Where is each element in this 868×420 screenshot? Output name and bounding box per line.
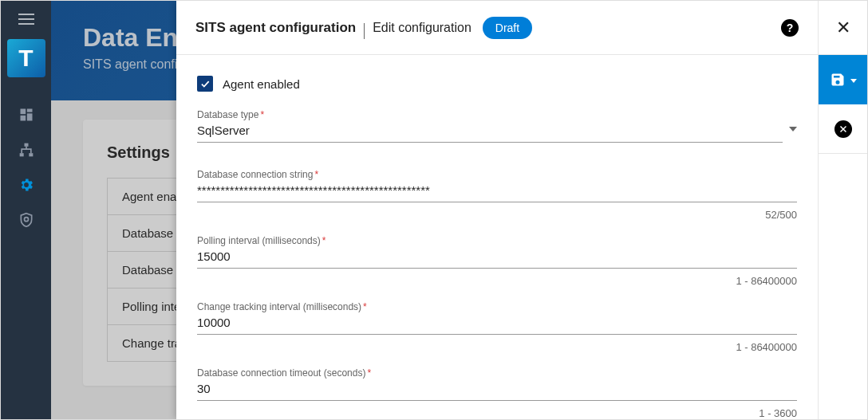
polling-interval-hint: 1 - 86400000 <box>197 270 797 301</box>
connection-string-field: Database connection string* <box>197 169 797 202</box>
polling-interval-input[interactable] <box>197 246 797 269</box>
database-type-select[interactable] <box>197 120 797 143</box>
connection-string-hint: 52/500 <box>197 204 797 235</box>
field-label: Database connection timeout (seconds) <box>197 367 365 379</box>
nav-settings-icon[interactable] <box>11 170 41 200</box>
drawer-title: SITS agent configuration <box>195 20 356 36</box>
polling-interval-field: Polling interval (milliseconds)* <box>197 235 797 269</box>
spacer <box>197 144 797 169</box>
drawer-main: SITS agent configuration Edit configurat… <box>176 1 818 419</box>
cancel-icon <box>834 120 852 138</box>
nav-hierarchy-icon[interactable] <box>11 135 41 165</box>
connection-timeout-hint: 1 - 3600 <box>197 402 797 419</box>
svg-rect-1 <box>26 109 32 112</box>
drawer-body: Agent enabled Database type* Database co… <box>176 55 818 419</box>
field-label: Change tracking interval (milliseconds) <box>197 301 361 312</box>
connection-string-input[interactable] <box>197 180 797 202</box>
field-label: Database type <box>197 109 258 120</box>
required-marker: * <box>260 109 264 120</box>
connection-timeout-input[interactable] <box>197 379 797 401</box>
svg-rect-6 <box>29 153 33 156</box>
svg-rect-3 <box>20 116 26 121</box>
menu-toggle[interactable] <box>18 14 34 25</box>
save-button[interactable] <box>819 55 867 104</box>
help-icon[interactable]: ? <box>781 19 799 37</box>
connection-timeout-field: Database connection timeout (seconds)* <box>197 367 797 401</box>
nav-dashboard-icon[interactable] <box>11 100 41 130</box>
close-icon[interactable]: ✕ <box>836 19 850 37</box>
title-separator <box>364 23 365 39</box>
drawer-close-area: ✕ <box>819 1 867 55</box>
drawer-rail: ✕ <box>818 1 867 419</box>
svg-rect-4 <box>24 143 28 147</box>
agent-enabled-label: Agent enabled <box>223 77 300 91</box>
drawer-subtitle: Edit configuration <box>373 21 471 35</box>
svg-rect-0 <box>20 109 26 115</box>
logo-letter: T <box>18 45 33 72</box>
edit-drawer: SITS agent configuration Edit configurat… <box>176 1 867 419</box>
agent-enabled-checkbox[interactable]: Agent enabled <box>197 76 797 92</box>
checkmark-icon <box>197 76 213 92</box>
svg-rect-5 <box>19 153 23 156</box>
svg-rect-2 <box>26 113 32 120</box>
field-label: Database connection string <box>197 169 313 180</box>
chevron-down-icon <box>789 127 797 131</box>
change-tracking-field: Change tracking interval (milliseconds)* <box>197 301 797 335</box>
database-type-value[interactable] <box>197 120 783 143</box>
required-marker: * <box>322 235 326 246</box>
nav-security-icon[interactable] <box>11 205 41 235</box>
required-marker: * <box>314 169 318 180</box>
database-type-field: Database type* <box>197 109 797 143</box>
left-sidebar: T <box>1 1 51 419</box>
chevron-down-icon <box>850 79 857 83</box>
change-tracking-input[interactable] <box>197 312 797 335</box>
required-marker: * <box>367 367 371 379</box>
app-logo[interactable]: T <box>7 39 45 77</box>
save-icon <box>830 72 846 88</box>
field-label: Polling interval (milliseconds) <box>197 235 321 246</box>
drawer-header: SITS agent configuration Edit configurat… <box>176 1 818 55</box>
svg-point-7 <box>24 218 28 222</box>
required-marker: * <box>363 301 367 312</box>
cancel-button[interactable] <box>819 104 867 154</box>
status-badge: Draft <box>483 17 532 39</box>
change-tracking-hint: 1 - 86400000 <box>197 336 797 367</box>
